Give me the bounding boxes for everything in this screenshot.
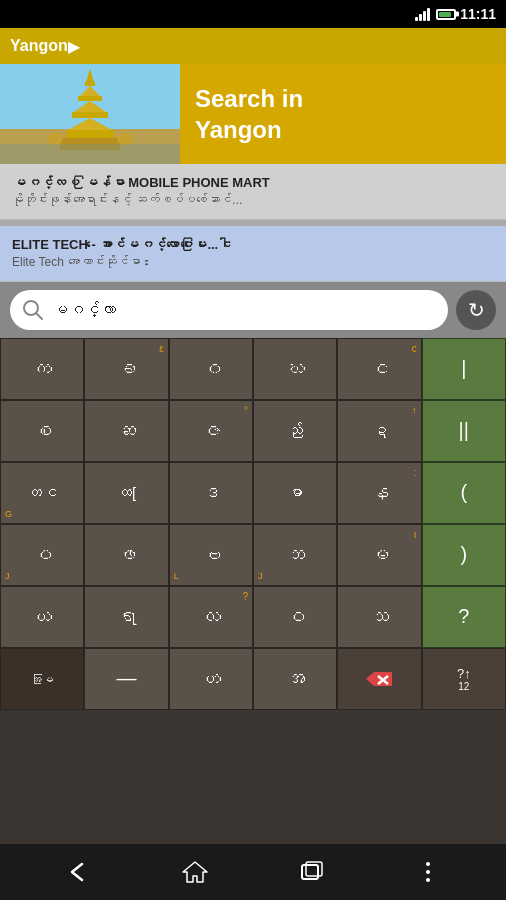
svg-point-11 — [47, 133, 63, 145]
key-hsa[interactable]: ဆ — [84, 400, 168, 462]
list-item-0-subtitle: မိုဘိုင်းဖုန်းအရောင်းနင့် ဆက်စပ်ပစ်ဆောင်… — [12, 192, 494, 209]
banner-title-line2: Yangon — [195, 114, 303, 145]
key-na[interactable]: : န — [337, 462, 421, 524]
key-dha[interactable]: ဓာ — [253, 462, 337, 524]
svg-rect-7 — [72, 112, 108, 118]
list-item-0-title: မင်္ဂလပ မြန်မာ MOBILE PHONE MART — [12, 174, 494, 192]
keyboard-row-1: က ε ခ ဂ ဃ c င | — [0, 338, 506, 400]
main-content: Yangon ▶ — [0, 28, 506, 900]
key-bha[interactable]: J ဘ — [253, 524, 337, 586]
signal-icon — [415, 7, 430, 21]
key-num-switch[interactable]: ?↑ 12 — [422, 648, 506, 710]
key-ta[interactable]: G တင — [0, 462, 84, 524]
list-item-1[interactable]: ELITE TECH - အောင်မင်္ဂလာဝေးမြေး...ငါ El… — [0, 226, 506, 282]
key-tha[interactable]: သ — [337, 586, 421, 648]
keyboard-row-5: ယ ရ ? လ ဝ သ ? — [0, 586, 506, 648]
key-za[interactable]: ° ဇ — [169, 400, 253, 462]
key-gha[interactable]: ဃ — [253, 338, 337, 400]
key-ya[interactable]: ယ — [0, 586, 84, 648]
key-nga[interactable]: c င — [337, 338, 421, 400]
key-paren-close[interactable]: ) — [422, 524, 506, 586]
list-item-0[interactable]: မင်္ဂလပ မြန်မာ MOBILE PHONE MART မိုဘိုင… — [0, 164, 506, 220]
search-input-value[interactable]: မင်္ဂလာ — [52, 301, 436, 319]
key-pipe-1[interactable]: | — [422, 338, 506, 400]
svg-rect-5 — [78, 96, 102, 101]
keyboard-row-2: စ ဆ ° ဇ ည် ↑ ဍ || — [0, 400, 506, 462]
key-ba[interactable]: L ဗ — [169, 524, 253, 586]
svg-rect-20 — [302, 865, 318, 879]
list-item-1-subtitle: Elite Tech အကောင်းဆိုင်မာ： — [12, 254, 494, 271]
keyboard-container: က ε ခ ဂ ဃ c င | စ ဆ ° ဇ ည် ↑ ဍ — [0, 338, 506, 844]
svg-rect-13 — [0, 144, 180, 164]
list-item-1-title: ELITE TECH - အောင်မင်္ဂလာဝေးမြေး...ငါ — [12, 236, 494, 254]
svg-rect-3 — [85, 82, 95, 86]
key-la[interactable]: ? လ — [169, 586, 253, 648]
key-kha[interactable]: ε ခ — [84, 338, 168, 400]
breadcrumb-arrow: ▶ — [68, 37, 80, 56]
refresh-icon: ↻ — [468, 298, 485, 322]
banner-text-area: Search in Yangon — [180, 73, 318, 155]
nav-recent-button[interactable] — [291, 852, 331, 892]
search-bar: မင်္ဂလာ ↻ — [0, 282, 506, 338]
svg-point-12 — [117, 133, 133, 145]
svg-rect-9 — [66, 130, 114, 138]
key-tta[interactable]: ↑ ဍ — [337, 400, 421, 462]
key-dash[interactable]: — — [84, 648, 168, 710]
key-ma[interactable]: ı မ — [337, 524, 421, 586]
status-icons: 11:11 — [415, 6, 496, 22]
status-bar: 11:11 — [0, 0, 506, 28]
key-pa[interactable]: J ပ — [0, 524, 84, 586]
key-a[interactable]: အ — [253, 648, 337, 710]
key-special[interactable]: အမြ — [0, 648, 84, 710]
nav-menu-button[interactable] — [408, 852, 448, 892]
search-icon — [22, 299, 44, 321]
key-question[interactable]: ? — [422, 586, 506, 648]
search-refresh-button[interactable]: ↻ — [456, 290, 496, 330]
nav-bar — [0, 844, 506, 900]
key-paren-open[interactable]: ( — [422, 462, 506, 524]
key-pha[interactable]: ဖ — [84, 524, 168, 586]
battery-icon — [436, 9, 456, 20]
key-ka[interactable]: က — [0, 338, 84, 400]
keyboard-row-3: G တင ထ[ ဒ ဓာ : န ( — [0, 462, 506, 524]
key-ra[interactable]: ရ — [84, 586, 168, 648]
status-time: 11:11 — [460, 6, 496, 22]
nav-back-button[interactable] — [58, 852, 98, 892]
key-wa[interactable]: ဝ — [253, 586, 337, 648]
banner-title-line1: Search in — [195, 83, 303, 114]
key-sa[interactable]: စ — [0, 400, 84, 462]
nav-home-button[interactable] — [175, 852, 215, 892]
key-hta[interactable]: ထ[ — [84, 462, 168, 524]
search-banner[interactable]: Search in Yangon — [0, 64, 506, 164]
key-pipe-2[interactable]: || — [422, 400, 506, 462]
key-da[interactable]: ဒ — [169, 462, 253, 524]
key-nya[interactable]: ည် — [253, 400, 337, 462]
key-ha[interactable]: ဟ — [169, 648, 253, 710]
svg-marker-19 — [183, 862, 207, 882]
top-bar: Yangon ▶ — [0, 28, 506, 64]
banner-image — [0, 64, 180, 164]
breadcrumb-text: Yangon — [10, 37, 68, 55]
search-input-container[interactable]: မင်္ဂလာ — [10, 290, 448, 330]
key-ga[interactable]: ဂ — [169, 338, 253, 400]
key-backspace[interactable] — [337, 648, 421, 710]
keyboard-row-6: အမြ — ဟ အ ?↑ 12 — [0, 648, 506, 710]
keyboard-row-4: J ပ ဖ L ဗ J ဘ ı မ ) — [0, 524, 506, 586]
svg-line-15 — [36, 313, 42, 319]
